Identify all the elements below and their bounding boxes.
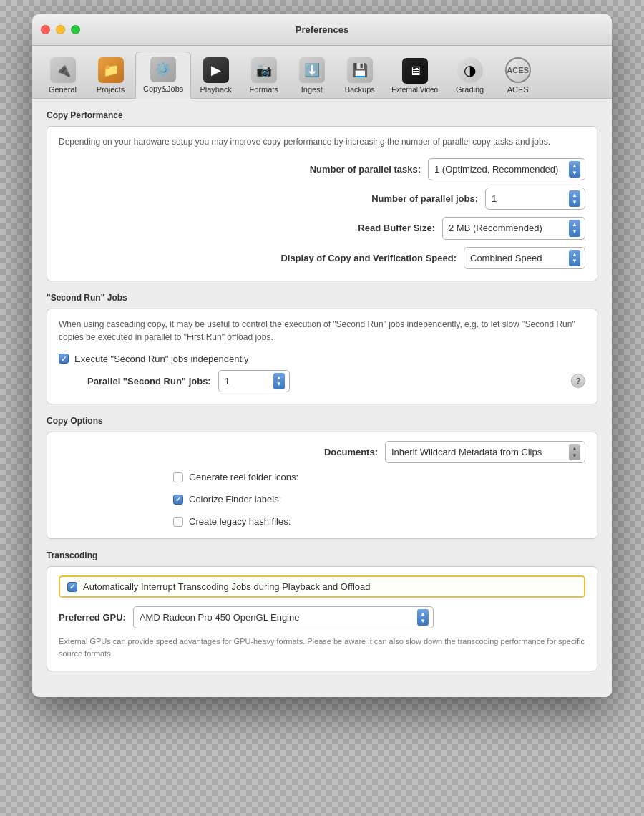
copy-options-box: Documents: Inherit Wildcard Metadata fro… bbox=[47, 432, 597, 539]
aces-icon: ACES bbox=[505, 57, 531, 83]
content-area: Copy Performance Depending on your hardw… bbox=[32, 99, 612, 697]
reel-folder-row: Generate reel folder icons: bbox=[173, 472, 298, 482]
display-speed-arrows: ▲▼ bbox=[569, 250, 580, 266]
general-icon: 🔌 bbox=[50, 57, 76, 83]
toolbar-copyjobs[interactable]: ⚙️ Copy&Jobs bbox=[135, 52, 191, 99]
interrupt-transcoding-row: Automatically Interrupt Transcoding Jobs… bbox=[59, 575, 585, 598]
toolbar-general[interactable]: 🔌 General bbox=[39, 53, 86, 98]
display-speed-label: Display of Copy and Verification Speed: bbox=[280, 253, 457, 263]
parallel-second-run-arrows: ▲▼ bbox=[273, 373, 285, 389]
parallel-tasks-select[interactable]: 1 (Optimized, Recommended) ▲▼ bbox=[428, 158, 585, 180]
colorize-row: Colorize Finder labels: bbox=[173, 494, 281, 505]
colorize-label: Colorize Finder labels: bbox=[189, 494, 281, 505]
toolbar-backups[interactable]: 💾 Backups bbox=[336, 53, 383, 98]
documents-value: Inherit Wildcard Metadata from Clips bbox=[391, 447, 565, 457]
projects-icon: 📁 bbox=[98, 57, 124, 83]
parallel-tasks-label: Number of parallel tasks: bbox=[310, 164, 421, 175]
copy-options-section: Copy Options Documents: Inherit Wildcard… bbox=[47, 416, 597, 539]
copy-performance-box: Depending on your hardware setup you may… bbox=[47, 126, 597, 281]
documents-select[interactable]: Inherit Wildcard Metadata from Clips ▲▼ bbox=[385, 441, 585, 463]
ingest-icon: ⬇️ bbox=[299, 57, 325, 83]
execute-second-run-row: Execute "Second Run" jobs independently bbox=[59, 354, 585, 364]
legacy-hash-label: Create legacy hash files: bbox=[189, 516, 291, 527]
parallel-jobs-row: Number of parallel jobs: 1 ▲▼ bbox=[59, 188, 585, 210]
parallel-tasks-arrows: ▲▼ bbox=[569, 161, 580, 178]
copy-performance-section: Copy Performance Depending on your hardw… bbox=[47, 110, 597, 281]
interrupt-transcoding-checkbox[interactable] bbox=[67, 582, 77, 592]
read-buffer-arrows: ▲▼ bbox=[569, 220, 580, 236]
help-button[interactable]: ? bbox=[571, 374, 585, 388]
copy-performance-title: Copy Performance bbox=[47, 110, 597, 120]
second-run-section: "Second Run" Jobs When using cascading c… bbox=[47, 293, 597, 404]
toolbar-projects[interactable]: 📁 Projects bbox=[87, 53, 134, 98]
toolbar-formats[interactable]: 📷 Formats bbox=[240, 53, 287, 98]
display-speed-select[interactable]: Combined Speed ▲▼ bbox=[464, 247, 585, 269]
reel-folder-checkbox[interactable] bbox=[173, 472, 183, 482]
execute-second-run-checkbox[interactable] bbox=[59, 354, 69, 364]
parallel-tasks-row: Number of parallel tasks: 1 (Optimized, … bbox=[59, 158, 585, 180]
gpu-label: Preferred GPU: bbox=[59, 612, 126, 623]
legacy-hash-row: Create legacy hash files: bbox=[173, 516, 291, 527]
gpu-select[interactable]: AMD Radeon Pro 450 OpenGL Engine ▲▼ bbox=[133, 606, 434, 628]
formats-icon: 📷 bbox=[251, 57, 277, 83]
gpu-note: External GPUs can provide speed advantag… bbox=[59, 636, 585, 659]
window-controls bbox=[41, 25, 80, 34]
display-speed-value: Combined Speed bbox=[470, 253, 565, 263]
transcoding-box: Automatically Interrupt Transcoding Jobs… bbox=[47, 566, 597, 671]
gpu-value: AMD Radeon Pro 450 OpenGL Engine bbox=[140, 612, 417, 623]
toolbar-playback[interactable]: ▶ Playback bbox=[192, 53, 239, 98]
toolbar-externalvideo[interactable]: 🖥 External Video bbox=[384, 54, 445, 98]
externalvideo-icon: 🖥 bbox=[402, 58, 428, 84]
playback-icon: ▶ bbox=[203, 57, 229, 83]
execute-second-run-label: Execute "Second Run" jobs independently bbox=[74, 354, 248, 364]
documents-row: Documents: Inherit Wildcard Metadata fro… bbox=[59, 441, 585, 463]
gpu-arrows: ▲▼ bbox=[417, 609, 429, 626]
display-speed-row: Display of Copy and Verification Speed: … bbox=[59, 247, 585, 269]
toolbar: 🔌 General 📁 Projects ⚙️ Copy&Jobs ▶ Play… bbox=[32, 46, 612, 99]
minimize-button[interactable] bbox=[56, 25, 65, 34]
second-run-title: "Second Run" Jobs bbox=[47, 293, 597, 303]
parallel-second-run-label: Parallel "Second Run" jobs: bbox=[87, 376, 211, 387]
close-button[interactable] bbox=[41, 25, 50, 34]
preferences-window: Preferences 🔌 General 📁 Projects ⚙️ Copy… bbox=[32, 14, 612, 697]
toolbar-aces[interactable]: ACES ACES bbox=[494, 53, 541, 98]
gpu-row: Preferred GPU: AMD Radeon Pro 450 OpenGL… bbox=[59, 606, 585, 628]
parallel-jobs-arrows: ▲▼ bbox=[569, 190, 580, 207]
documents-label: Documents: bbox=[324, 447, 378, 457]
read-buffer-row: Read Buffer Size: 2 MB (Recommended) ▲▼ bbox=[59, 217, 585, 239]
transcoding-title: Transcoding bbox=[47, 550, 597, 560]
parallel-jobs-select[interactable]: 1 ▲▼ bbox=[485, 188, 585, 210]
read-buffer-select[interactable]: 2 MB (Recommended) ▲▼ bbox=[442, 217, 585, 239]
maximize-button[interactable] bbox=[71, 25, 80, 34]
documents-arrows: ▲▼ bbox=[569, 444, 580, 460]
parallel-second-run-value: 1 bbox=[225, 376, 269, 387]
colorize-checkbox[interactable] bbox=[173, 495, 183, 505]
toolbar-grading[interactable]: ◑ Grading bbox=[447, 53, 493, 98]
transcoding-section: Transcoding Automatically Interrupt Tran… bbox=[47, 550, 597, 671]
read-buffer-value: 2 MB (Recommended) bbox=[449, 223, 565, 233]
second-run-box: When using cascading copy, it may be use… bbox=[47, 309, 597, 404]
read-buffer-label: Read Buffer Size: bbox=[358, 223, 435, 233]
second-run-desc: When using cascading copy, it may be use… bbox=[59, 318, 585, 344]
backups-icon: 💾 bbox=[347, 57, 373, 83]
toolbar-ingest[interactable]: ⬇️ Ingest bbox=[288, 53, 335, 98]
titlebar: Preferences bbox=[32, 14, 612, 46]
parallel-second-run-row: Parallel "Second Run" jobs: 1 ▲▼ ? bbox=[59, 370, 585, 392]
grading-icon: ◑ bbox=[457, 57, 483, 83]
copyjobs-icon: ⚙️ bbox=[150, 57, 176, 82]
legacy-hash-checkbox[interactable] bbox=[173, 517, 183, 527]
parallel-jobs-label: Number of parallel jobs: bbox=[371, 193, 478, 204]
window-title: Preferences bbox=[296, 24, 348, 35]
parallel-second-run-select[interactable]: 1 ▲▼ bbox=[218, 370, 290, 392]
parallel-jobs-value: 1 bbox=[492, 193, 565, 204]
reel-folder-label: Generate reel folder icons: bbox=[189, 472, 298, 482]
copy-performance-desc: Depending on your hardware setup you may… bbox=[59, 135, 585, 148]
copy-options-title: Copy Options bbox=[47, 416, 597, 426]
parallel-tasks-value: 1 (Optimized, Recommended) bbox=[434, 164, 565, 175]
interrupt-transcoding-label: Automatically Interrupt Transcoding Jobs… bbox=[83, 581, 371, 592]
